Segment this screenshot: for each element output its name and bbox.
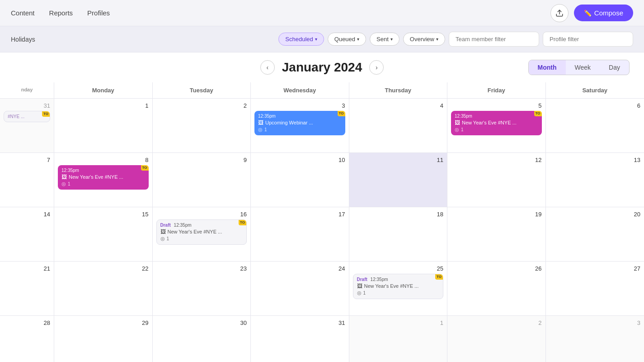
calendar-week-5: 28 29 30 31 1 2 3 xyxy=(0,316,644,362)
event-count: ◎ 1 xyxy=(357,290,440,296)
view-day-button[interactable]: Day xyxy=(600,60,629,75)
calendar-cell-jan24[interactable]: 24 xyxy=(251,262,349,316)
day-number: 27 xyxy=(550,265,641,272)
calendar-cell-jan19[interactable]: 19 xyxy=(447,207,546,262)
event-card-jan3[interactable]: TO 12:35pm 🖼 Upcoming Webinar ... ◎ 1 xyxy=(254,111,345,135)
view-month-button[interactable]: Month xyxy=(529,60,566,75)
calendar-cell-jan27[interactable]: 27 xyxy=(546,262,644,316)
day-number: 28 xyxy=(4,319,50,326)
calendar-cell-jan6[interactable]: 6 xyxy=(546,99,644,153)
day-number: 17 xyxy=(254,211,345,218)
chevron-down-icon: ▾ xyxy=(315,37,317,42)
calendar-cell-jan21[interactable]: 21 xyxy=(0,262,54,316)
prev-month-button[interactable]: ‹ xyxy=(260,60,275,75)
filter-sent[interactable]: Sent ▾ xyxy=(370,33,400,46)
event-count: ◎ 1 xyxy=(160,236,243,242)
image-icon: 🖼 xyxy=(258,119,263,126)
calendar-cell-jan23[interactable]: 23 xyxy=(153,262,251,316)
day-number: 4 xyxy=(353,102,444,109)
day-number: 13 xyxy=(550,157,641,163)
event-time: 12:35pm xyxy=(258,114,342,119)
day-number: 2 xyxy=(451,319,542,326)
calendar-days-header: nday Monday Tuesday Wednesday Thursday F… xyxy=(0,82,644,99)
calendar-cell-jan26[interactable]: 26 xyxy=(447,262,546,316)
calendar-cell-jan30[interactable]: 30 xyxy=(153,316,251,362)
calendar-cell-dec31[interactable]: 31 TO #NYE ... xyxy=(0,99,54,153)
calendar-cell-jan7[interactable]: 7 xyxy=(0,153,54,207)
calendar-header: ‹ January 2024 › Month Week Day xyxy=(0,52,644,82)
event-card-jan8[interactable]: TO 12:35pm 🖼 New Year's Eve #NYE ... ◎ 1 xyxy=(58,165,149,190)
day-number: 6 xyxy=(550,102,641,109)
filter-scheduled[interactable]: Scheduled ▾ xyxy=(278,33,324,46)
event-card-jan16[interactable]: TO Draft 12:35pm 🖼 New Year's Eve #NYE .… xyxy=(156,219,247,245)
calendar: nday Monday Tuesday Wednesday Thursday F… xyxy=(0,82,644,362)
day-number: 5 xyxy=(451,102,542,109)
to-badge: TO xyxy=(141,165,149,171)
calendar-cell-jan18[interactable]: 18 xyxy=(349,207,448,262)
calendar-cell-jan5[interactable]: 5 TO 12:35pm 🖼 New Year's Eve #NYE ... ◎… xyxy=(447,99,546,153)
calendar-cell-jan9[interactable]: 9 xyxy=(153,153,251,207)
event-card-jan5[interactable]: TO 12:35pm 🖼 New Year's Eve #NYE ... ◎ 1 xyxy=(451,111,542,135)
day-number: 10 xyxy=(254,157,345,163)
calendar-cell-jan25[interactable]: 25 TO Draft 12:35pm 🖼 New Year's Eve #NY… xyxy=(349,262,448,316)
chevron-down-icon: ▾ xyxy=(390,37,393,42)
day-number: 21 xyxy=(4,265,50,272)
calendar-cell-jan22[interactable]: 22 xyxy=(54,262,153,316)
event-title: 🖼 Upcoming Webinar ... xyxy=(258,119,342,126)
calendar-cell-jan16[interactable]: 16 TO Draft 12:35pm 🖼 New Year's Eve #NY… xyxy=(153,207,251,262)
profile-filter[interactable] xyxy=(543,32,633,47)
day-header-friday: Friday xyxy=(447,82,546,98)
upload-button[interactable] xyxy=(550,4,569,22)
event-card[interactable]: TO #NYE ... xyxy=(4,111,50,122)
calendar-cell-jan31[interactable]: 31 xyxy=(251,316,349,362)
calendar-cell-feb2[interactable]: 2 xyxy=(447,316,546,362)
calendar-cell-jan2[interactable]: 2 xyxy=(153,99,251,153)
day-number: 24 xyxy=(254,265,345,272)
calendar-cell-jan8[interactable]: 8 TO 12:35pm 🖼 New Year's Eve #NYE ... ◎… xyxy=(54,153,153,207)
calendar-cell-jan14[interactable]: 14 xyxy=(0,207,54,262)
nav-reports[interactable]: Reports xyxy=(49,9,73,17)
day-number: 7 xyxy=(4,157,50,163)
view-week-button[interactable]: Week xyxy=(566,60,600,75)
calendar-cell-jan1[interactable]: 1 xyxy=(54,99,153,153)
next-month-button[interactable]: › xyxy=(369,60,384,75)
chevron-down-icon: ▾ xyxy=(436,37,438,42)
event-card-jan25[interactable]: TO Draft 12:35pm 🖼 New Year's Eve #NYE .… xyxy=(353,274,444,299)
calendar-cell-jan12[interactable]: 12 xyxy=(447,153,546,207)
draft-label: Draft xyxy=(357,277,367,282)
calendar-cell-jan29[interactable]: 29 xyxy=(54,316,153,362)
calendar-cell-jan20[interactable]: 20 xyxy=(546,207,644,262)
day-header-tuesday: Tuesday xyxy=(153,82,251,98)
calendar-week-4: 21 22 23 24 25 TO Draft 12:35pm xyxy=(0,262,644,316)
calendar-cell-jan4[interactable]: 4 xyxy=(349,99,448,153)
calendar-cell-jan13[interactable]: 13 xyxy=(546,153,644,207)
event-title: 🖼 New Year's Eve #NYE ... xyxy=(357,283,440,289)
calendar-cell-feb1[interactable]: 1 xyxy=(349,316,448,362)
day-number: 1 xyxy=(353,319,444,326)
calendar-cell-feb3[interactable]: 3 xyxy=(546,316,644,362)
compose-button[interactable]: ✏️ Compose xyxy=(574,5,633,21)
pencil-icon: ✏️ xyxy=(584,10,592,17)
instagram-icon: ◎ xyxy=(160,236,165,242)
day-number: 9 xyxy=(156,157,247,163)
day-number: 23 xyxy=(156,265,247,272)
team-member-filter[interactable] xyxy=(449,32,539,47)
calendar-cell-jan15[interactable]: 15 xyxy=(54,207,153,262)
filter-queued[interactable]: Queued ▾ xyxy=(328,33,366,46)
to-badge: TO xyxy=(435,274,443,280)
calendar-cell-jan17[interactable]: 17 xyxy=(251,207,349,262)
to-badge: TO xyxy=(338,111,345,116)
calendar-cell-jan10[interactable]: 10 xyxy=(251,153,349,207)
calendar-cell-jan3[interactable]: 3 TO 12:35pm 🖼 Upcoming Webinar ... ◎ 1 xyxy=(251,99,349,153)
day-number: 18 xyxy=(353,211,444,218)
to-badge: TO xyxy=(42,111,50,117)
nav-profiles[interactable]: Profiles xyxy=(87,9,110,17)
filter-overview[interactable]: Overview ▾ xyxy=(403,33,445,46)
nav-content[interactable]: Content xyxy=(11,9,35,17)
calendar-week-3: 14 15 16 TO Draft 12:35pm 🖼 New Year's E… xyxy=(0,207,644,262)
calendar-cell-jan11[interactable]: 11 xyxy=(349,153,448,207)
calendar-cell-jan28[interactable]: 28 xyxy=(0,316,54,362)
day-number: 15 xyxy=(58,211,149,218)
event-time: 12:35pm xyxy=(455,114,538,119)
day-number: 11 xyxy=(353,157,444,163)
